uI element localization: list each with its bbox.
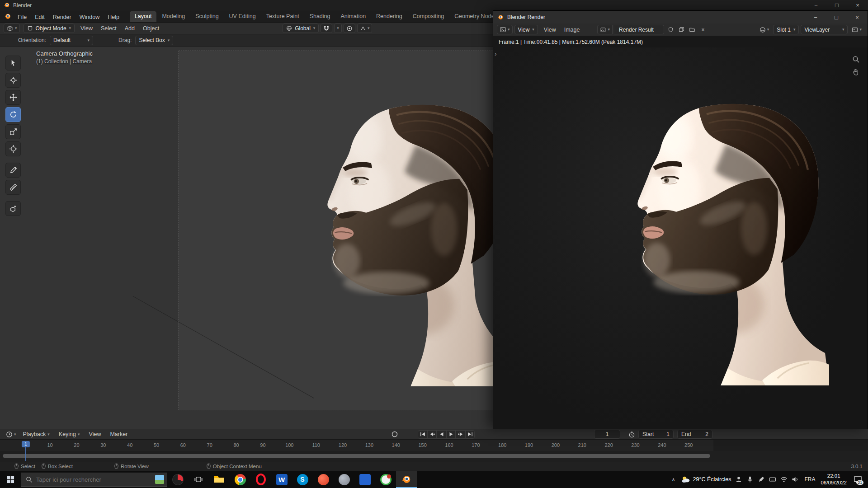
menu-help[interactable]: Help bbox=[104, 12, 123, 22]
menu-edit[interactable]: Edit bbox=[31, 12, 49, 22]
timeline-editor-type-button[interactable]: ▾ bbox=[4, 430, 19, 439]
previous-keyframe-button[interactable] bbox=[427, 430, 437, 439]
tool-cursor[interactable] bbox=[5, 73, 21, 88]
frame-start-field[interactable]: Start 1 bbox=[638, 430, 674, 439]
playhead[interactable]: 1 bbox=[22, 441, 30, 447]
unlink-image-button[interactable]: × bbox=[698, 25, 708, 34]
editor-type-button[interactable]: ▾ bbox=[497, 25, 513, 34]
editor-type-button[interactable]: ▾ bbox=[4, 23, 20, 33]
taskbar-app-word[interactable]: W bbox=[271, 471, 292, 488]
taskbar-app-skype[interactable]: S bbox=[292, 471, 313, 488]
minimize-button[interactable]: − bbox=[805, 11, 826, 23]
menu-window[interactable]: Window bbox=[75, 12, 104, 22]
workspace-tab-animation[interactable]: Animation bbox=[336, 11, 371, 22]
image-browse-dropdown[interactable]: ▾ bbox=[597, 25, 613, 34]
display-channels-dropdown[interactable]: ▾ bbox=[757, 25, 772, 34]
auto-keying-toggle[interactable] bbox=[392, 431, 398, 437]
taskbar-app-file-explorer[interactable] bbox=[209, 471, 230, 488]
render-slot-dropdown[interactable]: Slot 1 ▾ bbox=[773, 25, 799, 34]
minimize-button[interactable]: − bbox=[806, 0, 826, 10]
menu-render[interactable]: Render bbox=[49, 12, 75, 22]
play-button[interactable] bbox=[446, 430, 456, 439]
timeline-track-area[interactable] bbox=[0, 451, 868, 461]
taskbar-task-view[interactable] bbox=[188, 471, 209, 488]
keyboard-tray-icon[interactable] bbox=[769, 476, 776, 483]
taskbar-app-opera-gx[interactable] bbox=[167, 471, 188, 488]
timeline-menu-keying[interactable]: Keying▾ bbox=[54, 430, 85, 438]
view-layer-dropdown[interactable]: ViewLayer ▾ bbox=[801, 25, 848, 34]
tool-annotate[interactable] bbox=[5, 163, 21, 178]
maximize-button[interactable]: □ bbox=[826, 0, 847, 10]
volume-tray-icon[interactable] bbox=[792, 476, 799, 483]
jump-to-end-button[interactable] bbox=[465, 430, 475, 439]
timeline-menu-marker[interactable]: Marker bbox=[105, 430, 132, 438]
viewport-menu-select[interactable]: Select bbox=[97, 23, 121, 33]
taskbar-app-gray[interactable] bbox=[334, 471, 354, 488]
transform-orientation-dropdown[interactable]: Global ▾ bbox=[283, 23, 319, 33]
tool-select-box[interactable] bbox=[5, 56, 21, 70]
next-keyframe-button[interactable] bbox=[456, 430, 465, 439]
pen-tray-icon[interactable] bbox=[758, 476, 765, 483]
taskbar-app-blue-square[interactable] bbox=[354, 471, 375, 488]
notification-center-button[interactable]: 21 bbox=[851, 471, 864, 488]
timeline-ruler[interactable]: 1020304050607080901001101201301401501601… bbox=[0, 439, 868, 451]
wifi-tray-icon[interactable] bbox=[780, 476, 788, 483]
pan-tool-button[interactable] bbox=[850, 66, 861, 77]
close-button[interactable]: × bbox=[847, 0, 868, 10]
workspace-tab-shading[interactable]: Shading bbox=[305, 11, 335, 22]
drag-dropdown[interactable]: Select Box ▾ bbox=[135, 36, 173, 45]
render-pass-dropdown[interactable]: ▾ bbox=[849, 25, 864, 34]
new-image-button[interactable] bbox=[677, 25, 686, 34]
taskbar-app-red[interactable] bbox=[313, 471, 334, 488]
viewport-menu-object[interactable]: Object bbox=[139, 23, 163, 33]
proportional-editing-button[interactable] bbox=[344, 23, 355, 33]
jump-to-start-button[interactable] bbox=[418, 430, 427, 439]
workspace-tab-layout[interactable]: Layout bbox=[130, 11, 157, 22]
snap-settings-dropdown[interactable]: ▾ bbox=[334, 23, 342, 33]
render-menu-image[interactable]: Image bbox=[560, 25, 584, 35]
render-menu-view[interactable]: View bbox=[540, 25, 560, 35]
use-preview-range-toggle[interactable] bbox=[628, 431, 635, 438]
workspace-tab-uv-editing[interactable]: UV Editing bbox=[224, 11, 261, 22]
tool-scale[interactable] bbox=[5, 124, 21, 139]
taskbar-app-opera[interactable] bbox=[250, 471, 271, 488]
horizontal-scrollbar[interactable] bbox=[3, 454, 710, 458]
timeline-menu-playback[interactable]: Playback▾ bbox=[19, 430, 54, 438]
viewport-menu-add[interactable]: Add bbox=[121, 23, 139, 33]
tray-expand-icon[interactable]: ∧ bbox=[670, 477, 677, 483]
tool-measure[interactable] bbox=[5, 180, 21, 195]
timeline-menu-view[interactable]: View bbox=[85, 430, 106, 438]
taskbar-app-blender[interactable] bbox=[396, 471, 417, 488]
tool-rotate[interactable] bbox=[5, 107, 21, 122]
taskbar-clock[interactable]: 22:01 06/09/2022 bbox=[821, 473, 847, 486]
mode-dropdown[interactable]: Object Mode ▾ bbox=[24, 23, 75, 33]
blender-logo-icon[interactable] bbox=[4, 13, 12, 20]
frame-end-field[interactable]: End 2 bbox=[677, 430, 712, 439]
taskbar-weather[interactable]: 29°C Éclaircies bbox=[681, 476, 731, 483]
people-tray-icon[interactable] bbox=[735, 476, 742, 483]
microphone-tray-icon[interactable] bbox=[746, 476, 754, 483]
maximize-button[interactable]: □ bbox=[826, 11, 847, 23]
open-image-button[interactable] bbox=[688, 25, 697, 34]
tool-add-cube[interactable] bbox=[5, 201, 21, 216]
start-button[interactable] bbox=[0, 471, 21, 488]
tool-transform[interactable] bbox=[5, 141, 21, 156]
tool-move[interactable] bbox=[5, 90, 21, 105]
proportional-falloff-dropdown[interactable]: ▾ bbox=[357, 23, 373, 33]
play-reverse-button[interactable] bbox=[437, 430, 446, 439]
workspace-tab-texture-paint[interactable]: Texture Paint bbox=[261, 11, 304, 22]
search-highlight-icon[interactable] bbox=[155, 475, 164, 484]
render-window-titlebar[interactable]: Blender Render − □ × bbox=[493, 11, 868, 23]
close-button[interactable]: × bbox=[847, 11, 868, 23]
taskbar-app-green[interactable] bbox=[375, 471, 396, 488]
render-result-image[interactable]: › bbox=[493, 47, 868, 429]
taskbar-search[interactable] bbox=[21, 473, 167, 487]
menu-file[interactable]: File bbox=[14, 12, 31, 22]
language-indicator[interactable]: FRA bbox=[803, 476, 816, 483]
workspace-tab-compositing[interactable]: Compositing bbox=[408, 11, 449, 22]
workspace-tab-sculpting[interactable]: Sculpting bbox=[190, 11, 223, 22]
workspace-tab-modeling[interactable]: Modeling bbox=[157, 11, 190, 22]
editor-mode-dropdown[interactable]: View ▾ bbox=[514, 25, 538, 34]
image-datablock-name[interactable]: Render Result bbox=[614, 25, 664, 34]
fake-user-toggle[interactable] bbox=[666, 25, 675, 34]
